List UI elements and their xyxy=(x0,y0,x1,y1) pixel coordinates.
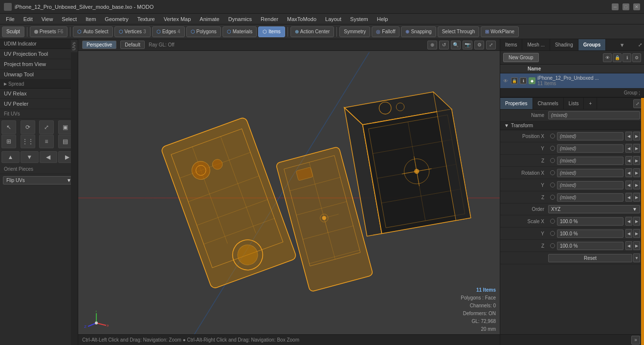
perspective-tab[interactable]: Perspective xyxy=(82,41,116,49)
rotation-x-value[interactable]: (mixed) xyxy=(557,169,623,177)
properties-tab[interactable]: Properties xyxy=(500,98,533,109)
tool-icon-5[interactable]: ⊞ xyxy=(1,135,16,148)
materials-button[interactable]: ⬡ Materials xyxy=(222,26,257,37)
rot-z-right-btn[interactable]: ▶ xyxy=(633,193,640,202)
tool-icon-8[interactable]: ▤ xyxy=(58,135,73,148)
fit-uvs[interactable]: Fit UVs xyxy=(0,109,78,119)
scale-z-left-btn[interactable]: ◀ xyxy=(625,241,632,250)
scale-z-right-btn[interactable]: ▶ xyxy=(633,241,640,250)
scale-y-dot[interactable] xyxy=(550,231,555,236)
auto-select-button[interactable]: ⬡ Auto Select xyxy=(73,26,112,37)
pos-y-right-btn[interactable]: ▶ xyxy=(633,144,640,153)
scale-y-right-btn[interactable]: ▶ xyxy=(633,229,640,238)
viewport-refresh-icon[interactable]: ↺ xyxy=(439,41,449,49)
order-dropdown[interactable]: XYZ ▼ xyxy=(548,205,640,213)
menu-system[interactable]: System xyxy=(346,15,372,23)
menu-maxtomodo[interactable]: MaxToModo xyxy=(283,15,320,23)
viewport[interactable]: Perspective Default Ray GL: Off ⊕ ↺ 🔍 📷 … xyxy=(78,39,500,345)
presets-button[interactable]: Presets F6 xyxy=(30,26,68,37)
items-tab[interactable]: Items xyxy=(500,39,522,50)
flip-uvs-dropdown[interactable]: Flip UVs ▼ xyxy=(3,176,75,184)
orient-pieces[interactable]: Orient Pieces xyxy=(0,164,78,174)
menu-vertex-map[interactable]: Vertex Map xyxy=(160,15,195,23)
maximize-button[interactable]: □ xyxy=(622,3,629,10)
eye-icon[interactable]: 👁 xyxy=(603,53,612,62)
right-expand-icon[interactable]: ⤢ xyxy=(638,42,642,47)
settings-icon-sm[interactable]: ⚙ xyxy=(632,53,641,62)
default-tab[interactable]: Default xyxy=(120,41,145,49)
menu-view[interactable]: View xyxy=(38,15,57,23)
menu-help[interactable]: Help xyxy=(373,15,392,23)
snapping-button[interactable]: ⊕ Snapping xyxy=(401,26,436,37)
menu-render[interactable]: Render xyxy=(257,15,282,23)
rot-x-left-btn[interactable]: ◀ xyxy=(625,168,632,177)
pos-z-right-btn[interactable]: ▶ xyxy=(633,156,640,165)
pos-x-left-btn[interactable]: ◀ xyxy=(625,132,632,140)
vertices-button[interactable]: ⬡ Vertices 3 xyxy=(114,26,151,37)
arrow-left-btn[interactable]: ◀ xyxy=(40,151,58,163)
rotation-y-value[interactable]: (mixed) xyxy=(557,181,623,189)
rotation-y-dot[interactable] xyxy=(550,183,555,187)
tool-icon-7[interactable]: ≡ xyxy=(39,135,54,148)
lists-tab[interactable]: Lists xyxy=(564,98,584,109)
scale-x-right-btn[interactable]: ▶ xyxy=(633,217,640,226)
rot-y-left-btn[interactable]: ◀ xyxy=(625,181,632,189)
groups-tab[interactable]: Groups xyxy=(578,39,606,50)
pos-x-right-btn[interactable]: ▶ xyxy=(633,132,640,140)
lock-icon[interactable]: 🔒 xyxy=(613,53,622,62)
close-button[interactable]: ✕ xyxy=(633,3,640,10)
viewport-search-icon[interactable]: 🔍 xyxy=(451,41,461,49)
rotation-z-value[interactable]: (mixed) xyxy=(557,193,623,202)
viewport-expand-icon[interactable]: ⤢ xyxy=(486,41,496,49)
group-list-item[interactable]: 👁 🔒 ℹ ◆ iPhone_12_Pro_Unboxed ... 11 Ite… xyxy=(500,73,644,89)
viewport-nav-icon[interactable]: ⊕ xyxy=(427,41,437,49)
scale-z-dot[interactable] xyxy=(550,243,555,248)
scale-x-dot[interactable] xyxy=(550,219,555,224)
eye-toggle[interactable]: 👁 xyxy=(503,78,508,84)
scale-y-value[interactable]: 100.0 % xyxy=(557,230,623,238)
shading-tab[interactable]: Shading xyxy=(550,39,578,50)
menu-animate[interactable]: Animate xyxy=(196,15,223,23)
action-center-button[interactable]: ⊕ Action Center xyxy=(290,26,334,37)
info-icon[interactable]: ℹ xyxy=(622,53,631,62)
scale-y-left-btn[interactable]: ◀ xyxy=(625,229,632,238)
menu-layout[interactable]: Layout xyxy=(321,15,345,23)
reset-button[interactable]: Reset xyxy=(548,254,632,262)
rot-z-left-btn[interactable]: ◀ xyxy=(625,193,632,202)
bottom-expand-btn[interactable]: » xyxy=(631,336,640,345)
symmetry-button[interactable]: Symmetry xyxy=(339,26,370,37)
menu-edit[interactable]: Edit xyxy=(20,15,37,23)
right-tab-expand[interactable]: ▼ xyxy=(617,39,627,50)
scale-x-left-btn[interactable]: ◀ xyxy=(625,217,632,226)
viewport-3d[interactable]: 11 Items Polygons : Face Channels: 0 Def… xyxy=(78,51,500,345)
project-from-view[interactable]: Project from View xyxy=(0,59,78,69)
uv-relax[interactable]: UV Relax xyxy=(0,89,78,99)
window-controls[interactable]: ─ □ ✕ xyxy=(612,3,640,10)
falloff-button[interactable]: ◎ Falloff xyxy=(372,26,400,37)
position-z-value[interactable]: (mixed) xyxy=(557,157,623,165)
menu-item[interactable]: Item xyxy=(82,15,100,23)
side-tab-1[interactable]: UVs xyxy=(71,40,78,52)
workplane-button[interactable]: ⊞ WorkPlane xyxy=(481,26,519,37)
polygons-button[interactable]: ⬡ Polygons xyxy=(186,26,221,37)
channels-tab[interactable]: Channels xyxy=(533,98,564,109)
mesh-tab[interactable]: Mesh ... xyxy=(522,39,550,50)
position-z-dot[interactable] xyxy=(550,158,555,163)
sculpt-button[interactable]: Sculpt xyxy=(2,26,24,37)
position-y-value[interactable]: (mixed) xyxy=(557,144,623,153)
name-value[interactable]: (mixed) xyxy=(548,111,640,119)
uv-peeler[interactable]: UV Peeler xyxy=(0,99,78,109)
position-x-value[interactable]: (mixed) xyxy=(557,132,623,140)
scale-x-value[interactable]: 100.0 % xyxy=(557,217,623,226)
minimize-button[interactable]: ─ xyxy=(612,3,619,10)
pos-y-left-btn[interactable]: ◀ xyxy=(625,144,632,153)
rotation-z-dot[interactable] xyxy=(550,195,555,200)
tool-icon-3[interactable]: ⤢ xyxy=(39,120,54,134)
viewport-settings-icon[interactable]: ⚙ xyxy=(474,41,484,49)
property-toggle[interactable]: ℹ xyxy=(520,77,527,84)
unwrap-tool[interactable]: Unwrap Tool xyxy=(0,69,78,80)
uv-projection-tool[interactable]: UV Projection Tool xyxy=(0,49,78,59)
tool-icon-1[interactable]: ↖ xyxy=(1,120,16,134)
menu-dynamics[interactable]: Dynamics xyxy=(224,15,256,23)
arrow-down-btn[interactable]: ▼ xyxy=(21,151,39,163)
